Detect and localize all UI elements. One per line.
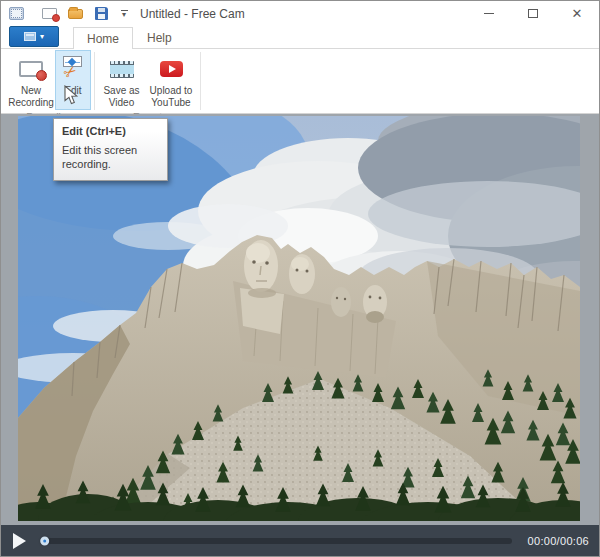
ribbon-group-export: Save as Video Upload to YouTube Export	[96, 49, 199, 113]
window-title: Untitled - Free Cam	[140, 7, 245, 21]
new-recording-button[interactable]: New Recording	[7, 50, 55, 110]
tab-help[interactable]: Help	[133, 26, 186, 48]
ribbon: New Recording ✂ Edit Recording	[1, 49, 599, 114]
close-icon: ✕	[572, 7, 583, 20]
upload-to-youtube-label: Upload to YouTube	[146, 85, 196, 109]
save-as-video-button[interactable]: Save as Video	[98, 50, 145, 110]
app-icon	[9, 7, 24, 20]
caret-down-icon: ▾	[40, 33, 44, 41]
new-recording-label: New Recording	[8, 85, 54, 109]
tooltip-body: Edit this screen recording.	[62, 144, 159, 172]
maximize-button[interactable]	[511, 1, 555, 26]
ribbon-group-separator	[200, 52, 201, 110]
window-controls: ✕	[467, 1, 599, 26]
play-button[interactable]	[13, 533, 26, 549]
folder-icon	[68, 9, 83, 19]
caret-down-icon: ▾	[122, 12, 126, 17]
floppy-disk-icon	[95, 7, 108, 20]
tab-home[interactable]: Home	[73, 27, 133, 49]
titlebar: ▾ Untitled - Free Cam ✕	[1, 1, 599, 26]
minimize-button[interactable]	[467, 1, 511, 26]
time-display: 00:00/00:06	[528, 535, 589, 547]
upload-to-youtube-button[interactable]: Upload to YouTube	[145, 50, 197, 110]
youtube-icon	[160, 54, 183, 84]
close-button[interactable]: ✕	[555, 1, 599, 26]
slider-thumb[interactable]	[40, 536, 49, 545]
playback-bar: 00:00/00:06	[1, 525, 599, 556]
edit-icon: ✂	[60, 54, 86, 84]
progress-slider[interactable]	[42, 538, 512, 544]
app-menu-window-icon	[24, 32, 36, 41]
customize-quick-access-dropdown[interactable]: ▾	[118, 10, 130, 17]
film-strip-icon	[110, 54, 134, 84]
save-as-video-label: Save as Video	[99, 85, 144, 109]
freecam-window: ▾ Untitled - Free Cam ✕ ▾ Home Help N	[0, 0, 600, 557]
cursor-icon	[63, 85, 80, 110]
app-menu-button[interactable]: ▾	[9, 26, 59, 47]
ribbon-tab-row: ▾ Home Help	[1, 26, 599, 49]
new-recording-icon	[19, 54, 43, 84]
edit-tooltip: Edit (Ctrl+E) Edit this screen recording…	[53, 118, 168, 181]
tooltip-title: Edit (Ctrl+E)	[62, 125, 159, 137]
new-recording-quick-icon[interactable]	[40, 6, 58, 22]
minimize-icon	[484, 13, 494, 15]
maximize-icon	[528, 9, 538, 18]
quick-access-toolbar: ▾	[40, 6, 130, 22]
open-quick-icon[interactable]	[66, 6, 84, 22]
ribbon-group-separator	[94, 52, 95, 110]
monitor-record-icon	[42, 8, 57, 19]
save-quick-icon[interactable]	[92, 6, 110, 22]
